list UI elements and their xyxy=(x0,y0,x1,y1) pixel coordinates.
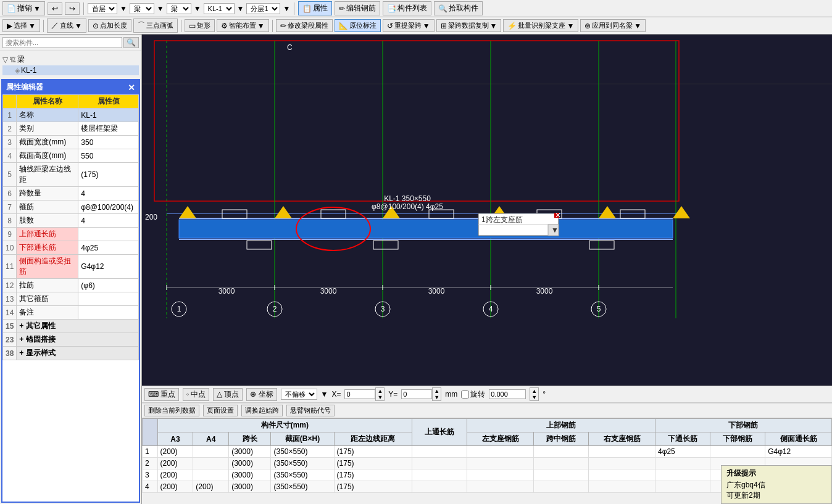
apply-same-name-button[interactable]: ⊛ 应用到同名梁 ▼ xyxy=(580,19,646,32)
x-coord-input[interactable] xyxy=(344,389,375,399)
rotate-down-button[interactable]: ▼ xyxy=(530,394,538,400)
prop-value-input-9[interactable] xyxy=(78,228,139,241)
batch-identify-button[interactable]: ⚡ 批量识别梁支座 ▼ xyxy=(503,19,578,32)
page-setup-button[interactable]: 页面设置 xyxy=(203,405,238,416)
table-row[interactable]: 1 (200) (3000) (350×550) (175) 4φ25 G4φ1… xyxy=(143,446,832,458)
row-a4-2[interactable] xyxy=(193,469,229,481)
prop-group-38[interactable]: 38 + 显示样式 xyxy=(3,347,139,360)
row-dist-3[interactable]: (175) xyxy=(334,481,412,493)
prop-value-2[interactable]: 楼层框架梁 xyxy=(78,122,139,136)
cantilever-code-button[interactable]: 悬臂钢筋代号 xyxy=(286,405,335,416)
row-a3-3[interactable]: (200) xyxy=(157,481,193,493)
y-down-button[interactable]: ▼ xyxy=(433,394,441,400)
prop-value-3[interactable]: 350 xyxy=(78,136,139,149)
group-expand-icon[interactable]: + xyxy=(19,349,23,357)
row-mid-2[interactable] xyxy=(534,469,589,481)
y-up-button[interactable]: ▲ xyxy=(433,388,441,394)
rotate-input[interactable] xyxy=(489,389,526,399)
prop-value-8[interactable]: 4 xyxy=(78,214,139,228)
prop-value-1[interactable]: KL-1 xyxy=(78,109,139,122)
prop-value-13[interactable] xyxy=(78,292,139,306)
copy-data-button[interactable]: ⊞ 梁跨数据复制 ▼ xyxy=(436,19,502,32)
pick-component-button[interactable]: 🔍 拾取构件 xyxy=(434,1,483,15)
row-right-seat-3[interactable] xyxy=(589,481,655,493)
prop-value-11[interactable]: G4φ12 xyxy=(78,255,139,279)
delete-col-button[interactable]: 删除当前列数据 xyxy=(144,405,199,416)
property-button[interactable]: 📋 属性 xyxy=(298,1,332,15)
prop-group-23[interactable]: 23 + 锚固搭接 xyxy=(3,333,139,347)
row-a3-1[interactable]: (200) xyxy=(157,458,193,469)
row-a3-2[interactable]: (200) xyxy=(157,469,193,481)
row-section-1[interactable]: (350×550) xyxy=(271,458,334,469)
mid-point-button[interactable]: ◦ 中点 xyxy=(183,388,209,401)
row-right-seat-1[interactable] xyxy=(589,458,655,469)
coord-button[interactable]: ⊕ 坐标 xyxy=(246,388,277,401)
point-length-button[interactable]: ⊙ 点加长度 xyxy=(88,19,131,32)
row-dist-2[interactable]: (175) xyxy=(334,469,412,481)
smart-layout-button[interactable]: ⚙ 智能布置 ▼ xyxy=(217,19,269,32)
row-span-3[interactable]: (3000) xyxy=(229,481,271,493)
prop-value-5[interactable]: (175) xyxy=(78,163,139,187)
row-right-seat-0[interactable] xyxy=(589,446,655,458)
group-expand-icon[interactable]: + xyxy=(19,335,23,344)
row-a4-0[interactable] xyxy=(193,446,229,458)
tree-item-kl1[interactable]: ◈ KL-1 xyxy=(2,65,139,75)
row-mid-3[interactable] xyxy=(534,481,589,493)
close-button[interactable]: ✕ xyxy=(128,83,135,93)
redo-button[interactable]: ↪ xyxy=(65,2,80,15)
row-section-0[interactable]: (350×550) xyxy=(271,446,334,458)
row-span-0[interactable]: (3000) xyxy=(229,446,271,458)
row-bot-thru-1[interactable] xyxy=(655,458,710,469)
layer-select[interactable]: 分层1 xyxy=(246,3,280,14)
row-dist-1[interactable]: (175) xyxy=(334,458,412,469)
cad-canvas[interactable]: KL-1 350×550 φ8@100/200(4) 4φ25 3000 300… xyxy=(142,35,832,386)
row-top-thru-1[interactable] xyxy=(412,458,467,469)
row-left-seat-1[interactable] xyxy=(467,458,534,469)
row-mid-0[interactable] xyxy=(534,446,589,458)
row-a4-3[interactable]: (200) xyxy=(193,481,229,493)
row-bot-0[interactable] xyxy=(710,446,765,458)
row-dist-0[interactable]: (175) xyxy=(334,446,412,458)
row-section-3[interactable]: (350×550) xyxy=(271,481,334,493)
prop-group-15[interactable]: 15 + 其它属性 xyxy=(3,320,139,333)
prop-value-6[interactable]: 4 xyxy=(78,187,139,200)
search-button[interactable]: 🔍 xyxy=(123,37,139,48)
prop-value-4[interactable]: 550 xyxy=(78,149,139,163)
row-top-thru-3[interactable] xyxy=(412,481,467,493)
prop-value-7[interactable]: φ8@100/200(4) xyxy=(78,200,139,214)
search-input[interactable] xyxy=(2,37,122,48)
component-list-button[interactable]: 📑 构件列表 xyxy=(383,1,431,15)
new-button[interactable]: 📄 撤销 ▼ xyxy=(2,1,45,15)
row-left-seat-3[interactable] xyxy=(467,481,534,493)
tree-item-root[interactable]: ▽ 🏗 梁 xyxy=(2,54,139,65)
row-side-0[interactable]: G4φ12 xyxy=(765,446,832,458)
row-right-seat-2[interactable] xyxy=(589,469,655,481)
prop-value-12[interactable]: (φ6) xyxy=(78,279,139,292)
row-section-2[interactable]: (350×550) xyxy=(271,469,334,481)
rect-button[interactable]: ▭ 矩形 xyxy=(185,19,215,32)
snap-key-button[interactable]: ⌨ 重点 xyxy=(144,388,179,401)
x-up-button[interactable]: ▲ xyxy=(376,388,384,394)
select-button[interactable]: ▶ 选择 ▼ xyxy=(2,19,40,32)
row-mid-1[interactable] xyxy=(534,458,589,469)
prop-value-10[interactable]: 4φ25 xyxy=(78,241,139,255)
rotate-up-button[interactable]: ▲ xyxy=(530,388,538,394)
prop-value-14[interactable] xyxy=(78,306,139,320)
vertex-button[interactable]: △ 顶点 xyxy=(213,388,243,401)
y-coord-input[interactable] xyxy=(401,389,432,399)
row-span-2[interactable]: (3000) xyxy=(229,469,271,481)
three-point-arc-button[interactable]: ⌒ 三点画弧 xyxy=(133,19,178,33)
row-a3-0[interactable]: (200) xyxy=(157,446,193,458)
row-top-thru-2[interactable] xyxy=(412,469,467,481)
rotate-checkbox[interactable] xyxy=(461,390,469,399)
row-bot-thru-0[interactable]: 4φ25 xyxy=(655,446,710,458)
x-down-button[interactable]: ▼ xyxy=(376,394,384,400)
original-mark-button[interactable]: 📐 原位标注 xyxy=(335,19,381,32)
row-bot-thru-2[interactable] xyxy=(655,469,710,481)
component-type-select[interactable]: 梁 xyxy=(167,3,191,14)
swap-start-button[interactable]: 调换起始跨 xyxy=(241,405,283,416)
row-left-seat-2[interactable] xyxy=(467,469,534,481)
row-left-seat-0[interactable] xyxy=(467,446,534,458)
offset-select[interactable]: 不偏移 xyxy=(281,389,317,400)
tree-expand-icon[interactable]: ▽ xyxy=(2,56,8,64)
